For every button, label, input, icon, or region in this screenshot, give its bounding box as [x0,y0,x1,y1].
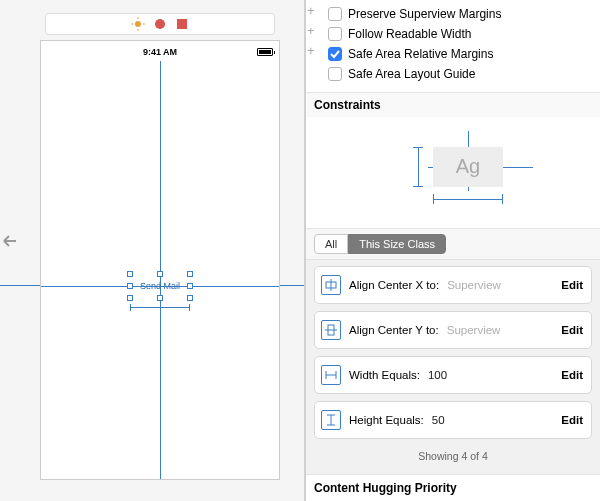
svg-rect-6 [177,19,187,29]
constraint-label: Height Equals: [349,414,424,426]
resize-handle[interactable] [127,271,133,277]
constraint-row-height[interactable]: Height Equals: 50 Edit [314,401,592,439]
stop-icon[interactable] [175,17,189,31]
checkbox-icon[interactable] [328,27,342,41]
constraints-preview[interactable]: Ag [306,117,600,229]
guide-ext-left [0,285,40,286]
inspector-pane: Preserve Superview Margins Follow Readab… [305,0,600,501]
checkbox-checked-icon[interactable] [328,47,342,61]
preview-element: Ag [433,147,503,187]
safe-area-layout-guide[interactable]: Safe Area Layout Guide [328,64,594,84]
constraint-label: Width Equals: [349,369,420,381]
record-icon[interactable] [153,17,167,31]
device-toolbar [45,13,275,35]
back-arrow-icon[interactable] [2,230,20,256]
preserve-superview-margins[interactable]: Preserve Superview Margins [328,4,594,24]
constraint-row-width[interactable]: Width Equals: 100 Edit [314,356,592,394]
edit-button[interactable]: Edit [561,414,583,426]
resize-handle[interactable] [157,295,163,301]
resize-handle[interactable] [157,271,163,277]
constraint-value: Superview [447,324,554,336]
guide-vertical [160,61,161,479]
segment-this-size-class[interactable]: This Size Class [348,234,446,254]
plus-icon[interactable]: + [307,44,315,58]
constraint-row-center-y[interactable]: Align Center Y to: Superview Edit [314,311,592,349]
battery-icon [257,48,273,56]
width-icon [321,365,341,385]
resize-handle[interactable] [127,283,133,289]
preview-width-line [433,199,503,200]
device-frame[interactable]: 9:41 AM [40,40,280,480]
checkbox-icon[interactable] [328,67,342,81]
constraint-list: Align Center X to: Superview Edit Align … [306,260,600,474]
content-hugging-header: Content Hugging Priority [306,474,600,501]
segment-all[interactable]: All [314,234,348,254]
safe-area-relative-margins[interactable]: Safe Area Relative Margins [328,44,594,64]
edit-button[interactable]: Edit [561,279,583,291]
margin-options: Preserve Superview Margins Follow Readab… [306,0,600,92]
plus-icon[interactable]: + [307,24,315,38]
option-label: Safe Area Relative Margins [348,47,493,61]
constraint-value: 100 [428,369,553,381]
edit-button[interactable]: Edit [561,369,583,381]
svg-point-5 [155,19,165,29]
align-center-x-icon [321,275,341,295]
align-center-y-icon [321,320,341,340]
constraint-value: 50 [432,414,553,426]
status-time: 9:41 AM [143,47,177,57]
canvas-pane: 9:41 AM Send Mail [0,0,305,501]
showing-count: Showing 4 of 4 [314,446,592,468]
resize-handle[interactable] [187,271,193,277]
constraint-label: Align Center Y to: [349,324,439,336]
status-bar: 9:41 AM [41,47,279,61]
add-trait-column: + + + [307,4,315,58]
plus-icon[interactable]: + [307,4,315,18]
constraint-row-center-x[interactable]: Align Center X to: Superview Edit [314,266,592,304]
resize-handle[interactable] [187,295,193,301]
follow-readable-width[interactable]: Follow Readable Width [328,24,594,44]
constraint-filter-segment: All This Size Class [306,229,600,260]
svg-point-0 [135,21,141,27]
guide-ext-right [280,285,304,286]
option-label: Safe Area Layout Guide [348,67,475,81]
sun-icon[interactable] [131,17,145,31]
width-dimension-line [130,307,190,308]
selected-button[interactable]: Send Mail [130,274,190,298]
selected-button-label: Send Mail [140,281,180,291]
resize-handle[interactable] [187,283,193,289]
edit-button[interactable]: Edit [561,324,583,336]
constraint-label: Align Center X to: [349,279,439,291]
preview-height-line [418,147,419,187]
constraints-header: Constraints [306,92,600,117]
checkbox-icon[interactable] [328,7,342,21]
resize-handle[interactable] [127,295,133,301]
height-icon [321,410,341,430]
option-label: Follow Readable Width [348,27,471,41]
option-label: Preserve Superview Margins [348,7,501,21]
constraint-value: Superview [447,279,553,291]
